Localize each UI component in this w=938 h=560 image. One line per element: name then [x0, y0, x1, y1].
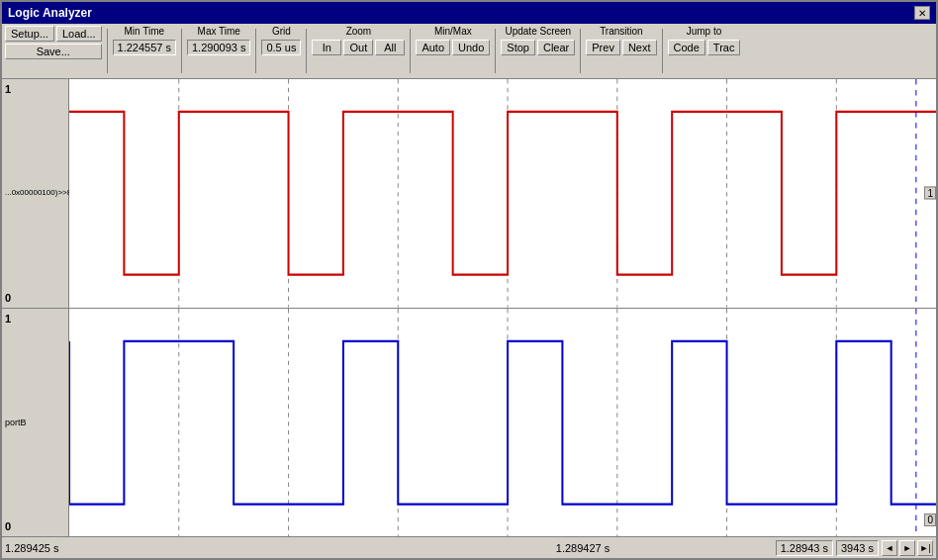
- status-time-left: 1.289425 s: [5, 542, 390, 554]
- zoom-out-button[interactable]: Out: [343, 40, 373, 55]
- clear-button[interactable]: Clear: [537, 40, 575, 55]
- min-time-label: Min Time: [113, 26, 176, 37]
- sep7: [580, 29, 581, 73]
- prev-button[interactable]: Prev: [586, 40, 620, 55]
- status-time-far-right: 3943 s: [836, 540, 879, 556]
- waveform-top-svg: [69, 79, 936, 308]
- save-button[interactable]: Save...: [5, 44, 102, 59]
- sep2: [181, 29, 182, 73]
- transition-group: Transition Prev Next: [586, 26, 656, 55]
- signal-top-low: 0: [5, 292, 65, 304]
- update-label: Update Screen: [501, 26, 575, 37]
- signal-top-high: 1: [5, 83, 65, 95]
- stop-button[interactable]: Stop: [501, 40, 535, 55]
- signal-bottom-name: portB: [5, 418, 65, 427]
- auto-button[interactable]: Auto: [416, 40, 450, 55]
- logic-analyzer-window: Logic Analyzer ✕ Setup... Load... Save..…: [0, 0, 938, 560]
- window-title: Logic Analyzer: [8, 6, 92, 20]
- waveform-bottom[interactable]: 0: [69, 309, 936, 537]
- signal-top-name: ...0x00000100)>>8: [5, 188, 65, 198]
- max-time-value: 1.290093 s: [187, 40, 250, 55]
- signal-bottom-high: 1: [5, 313, 65, 325]
- status-bar: 1.289425 s 1.289427 s 1.28943 s 3943 s ◄…: [2, 536, 936, 558]
- sep5: [410, 29, 411, 73]
- zoom-group: Zoom In Out All: [312, 26, 405, 55]
- signal-bottom-low: 0: [5, 520, 65, 532]
- sep1: [107, 29, 108, 73]
- title-bar: Logic Analyzer ✕: [2, 2, 936, 24]
- min-time-value: 1.224557 s: [113, 40, 176, 55]
- grid-group: Grid 0.5 us: [261, 26, 301, 55]
- code-button[interactable]: Code: [668, 40, 705, 55]
- min-time-group: Min Time 1.224557 s: [113, 26, 176, 55]
- jumpto-group: Jump to Code Trac: [668, 26, 741, 55]
- load-button[interactable]: Load...: [56, 26, 102, 42]
- signal-bottom-badge: 0: [924, 513, 936, 526]
- waveform-top[interactable]: 1: [69, 79, 936, 309]
- signal-label-top: 1 ...0x00000100)>>8 0: [2, 79, 68, 309]
- sep6: [495, 29, 496, 73]
- undo-button[interactable]: Undo: [452, 40, 490, 55]
- sep4: [306, 29, 307, 73]
- scroll-end-button[interactable]: ►|: [917, 540, 933, 556]
- jumpto-label: Jump to: [668, 26, 741, 37]
- transition-label: Transition: [586, 26, 656, 37]
- scrollbar-area: ◄ ► ►|: [882, 540, 933, 556]
- scroll-left-button[interactable]: ◄: [882, 540, 897, 556]
- signal-labels: 1 ...0x00000100)>>8 0 1 portB 0: [2, 79, 69, 536]
- status-time-center: 1.289427 s: [390, 542, 775, 554]
- zoom-all-button[interactable]: All: [375, 40, 405, 55]
- grid-value: 0.5 us: [261, 40, 301, 55]
- update-group: Update Screen Stop Clear: [501, 26, 575, 55]
- minmax-group: Min/Max Auto Undo: [416, 26, 490, 55]
- trace-button[interactable]: Trac: [707, 40, 741, 55]
- waveform-bottom-svg: [69, 309, 936, 537]
- setup-button[interactable]: Setup...: [5, 26, 54, 42]
- signal-top-badge: 1: [924, 187, 936, 200]
- file-group: Setup... Load... Save...: [5, 26, 102, 59]
- max-time-group: Max Time 1.290093 s: [187, 26, 250, 55]
- minmax-label: Min/Max: [416, 26, 490, 37]
- next-button[interactable]: Next: [622, 40, 657, 55]
- waveform-area[interactable]: 1 0: [69, 79, 936, 536]
- grid-label: Grid: [261, 26, 301, 37]
- scroll-right-button[interactable]: ►: [899, 540, 915, 556]
- zoom-label: Zoom: [312, 26, 405, 37]
- sep3: [255, 29, 256, 73]
- max-time-label: Max Time: [187, 26, 250, 37]
- main-area: 1 ...0x00000100)>>8 0 1 portB 0: [2, 79, 936, 536]
- zoom-in-button[interactable]: In: [312, 40, 341, 55]
- status-time-right: 1.28943 s: [776, 540, 833, 556]
- close-button[interactable]: ✕: [914, 6, 930, 20]
- sep8: [662, 29, 663, 73]
- toolbar: Setup... Load... Save... Min Time 1.2245…: [2, 24, 936, 79]
- signal-label-bottom: 1 portB 0: [2, 309, 68, 537]
